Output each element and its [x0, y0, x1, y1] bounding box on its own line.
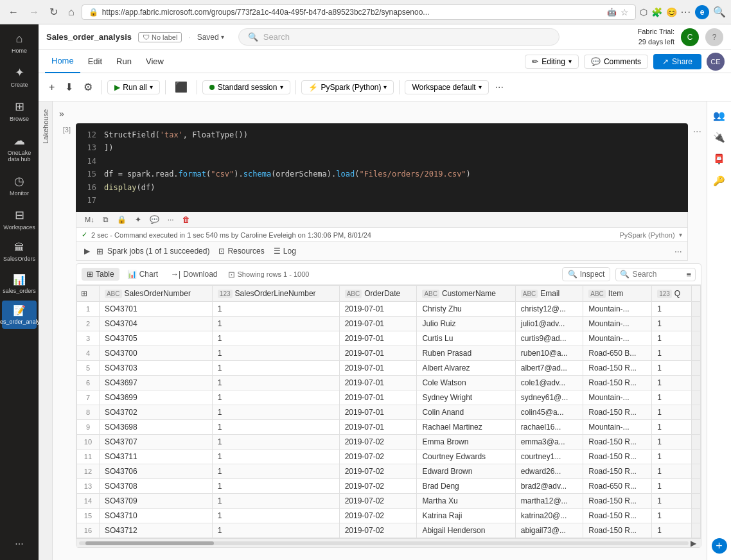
workspace-button[interactable]: Workspace default ▾	[405, 80, 488, 94]
top-search-bar[interactable]: 🔍 Search	[238, 28, 559, 46]
col-header-orderdate[interactable]: ABC OrderDate	[339, 286, 417, 302]
sidebar-item-browse[interactable]: ⊞ Browse	[2, 94, 37, 127]
inspect-button[interactable]: 🔍 Inspect	[562, 267, 611, 281]
home-button[interactable]: ⌂	[65, 5, 78, 19]
right-panel-key-button[interactable]: 🔑	[710, 172, 728, 190]
user-avatar-green[interactable]: C	[681, 28, 699, 46]
home-icon: ⌂	[16, 32, 23, 46]
col-header-item[interactable]: ABC Item	[583, 286, 652, 302]
add-cell-button[interactable]: +	[45, 80, 58, 95]
cell-comment-button[interactable]: 💬	[146, 214, 163, 225]
resources-tab[interactable]: ⊡ Resources	[218, 247, 264, 256]
menu-user-avatar[interactable]: CE	[707, 53, 725, 71]
cell-more-actions-button[interactable]: ···	[164, 214, 177, 225]
col-header-customername[interactable]: ABC CustomerName	[417, 286, 515, 302]
run-all-button[interactable]: ▶ Run all ▾	[107, 80, 159, 94]
browser-profile-button[interactable]: 😊	[666, 7, 677, 17]
collapse-left-button[interactable]: »	[55, 107, 68, 121]
sidebar-item-monitor[interactable]: ◷ Monitor	[2, 169, 37, 202]
horizontal-scrollbar[interactable]: ▶	[76, 538, 701, 547]
sidebar-more-button[interactable]: ···	[12, 533, 26, 555]
table-row[interactable]: 5 SO43703 1 2019-07-01 Albert Alvarez al…	[77, 361, 701, 376]
table-row[interactable]: 15 SO43710 1 2019-07-02 Katrina Raji kat…	[77, 509, 701, 523]
col-header-salesorderlinenumber[interactable]: 123 SalesOrderLineNumber	[212, 286, 339, 302]
menu-home[interactable]: Home	[45, 50, 80, 73]
salesorderlinenumber-cell: 1	[212, 494, 339, 509]
table-row[interactable]: 1 SO43701 1 2019-07-01 Christy Zhu chris…	[77, 302, 701, 317]
table-row[interactable]: 2 SO43704 1 2019-07-01 Julio Ruiz julio1…	[77, 317, 701, 331]
pyspark-button[interactable]: ⚡ PySpark (Python) ▾	[301, 80, 394, 94]
col-header-email[interactable]: ABC Email	[515, 286, 583, 302]
session-button[interactable]: Standard session ▾	[202, 80, 291, 94]
sidebar-item-home[interactable]: ⌂ Home	[2, 27, 37, 59]
user-avatar-gray[interactable]: ?	[705, 28, 723, 46]
col-header-q[interactable]: 123 Q	[652, 286, 692, 302]
table-row[interactable]: 13 SO43708 1 2019-07-02 Brad Deng brad2@…	[77, 479, 701, 494]
sidebar-item-workspaces[interactable]: ⊟ Workspaces	[2, 203, 37, 236]
edge-search-icon[interactable]: 🔍	[713, 6, 726, 18]
right-panel-people-button[interactable]: 👥	[710, 107, 728, 125]
sidebar-item-onelake[interactable]: ☁ OneLake data hub	[2, 128, 37, 168]
right-panel-add-button[interactable]: +	[712, 538, 727, 554]
email-cell: rachael16...	[515, 420, 583, 435]
spark-table-icon: ⊞	[96, 247, 103, 256]
settings-button[interactable]: ⚙	[80, 79, 96, 95]
search-filter-button[interactable]: ≡	[686, 270, 691, 279]
table-row[interactable]: 3 SO43705 1 2019-07-01 Curtis Lu curtis9…	[77, 331, 701, 346]
search-input[interactable]	[632, 270, 683, 279]
cell-star-button[interactable]: ✦	[132, 214, 145, 225]
share-button[interactable]: ↗ Share	[653, 54, 701, 69]
table-row[interactable]: 7 SO43699 1 2019-07-01 Sydney Wright syd…	[77, 390, 701, 405]
code-editor[interactable]: 12 StructField('tax', FloatType()) 13 ])…	[76, 123, 688, 212]
table-row[interactable]: 9 SO43698 1 2019-07-01 Rachael Martinez …	[77, 420, 701, 435]
table-row[interactable]: 10 SO43707 1 2019-07-02 Emma Brown emma3…	[77, 435, 701, 450]
url-bar[interactable]: 🔒 https://app.fabric.microsoft.com/group…	[82, 4, 636, 20]
comments-button[interactable]: 💬 Comments	[584, 55, 648, 69]
refresh-button[interactable]: ↻	[46, 4, 61, 19]
table-row[interactable]: 8 SO43702 1 2019-07-01 Colin Anand colin…	[77, 405, 701, 420]
table-row[interactable]: 11 SO43711 1 2019-07-02 Courtney Edwards…	[77, 450, 701, 464]
sidebar-item-sales-orders-file[interactable]: 📊 sales_orders	[2, 268, 37, 299]
extensions-button[interactable]: 🧩	[651, 7, 662, 17]
sidebar-item-create[interactable]: ✦ Create	[2, 60, 37, 93]
saved-button[interactable]: Saved ▾	[197, 33, 224, 42]
browser-more-button[interactable]: ···	[681, 6, 691, 18]
cell-delete-button[interactable]: 🗑	[179, 214, 193, 225]
cell-copy-button[interactable]: ⧉	[100, 214, 112, 225]
download-tab[interactable]: →| Download	[166, 268, 223, 281]
collections-button[interactable]: ⬡	[640, 7, 647, 17]
sidebar-item-salesorders[interactable]: 🏛 SalesOrders	[2, 237, 37, 267]
search-input-wrapper[interactable]: 🔍 ≡	[615, 268, 696, 281]
menu-view[interactable]: View	[139, 54, 170, 69]
stop-button[interactable]: ⬛	[171, 79, 191, 95]
table-row[interactable]: 14 SO43709 1 2019-07-02 Martha Xu martha…	[77, 494, 701, 509]
spark-more-button[interactable]: ···	[674, 246, 682, 256]
table-row[interactable]: 4 SO43700 1 2019-07-01 Ruben Prasad rube…	[77, 346, 701, 361]
forward-button[interactable]: →	[26, 5, 42, 19]
right-panel-connect-button[interactable]: 🔌	[710, 128, 728, 146]
col-header-salesordernumber[interactable]: ABC SalesOrderNumber	[99, 286, 212, 302]
menu-run[interactable]: Run	[110, 54, 138, 69]
back-button[interactable]: ←	[5, 5, 22, 19]
menu-edit[interactable]: Edit	[82, 54, 109, 69]
table-row[interactable]: 16 SO43712 1 2019-07-02 Abigail Henderso…	[77, 523, 701, 538]
cell-format-button[interactable]: M↓	[82, 214, 98, 225]
table-row[interactable]: 6 SO43697 1 2019-07-01 Cole Watson cole1…	[77, 376, 701, 390]
right-panel-mail-button[interactable]: 📮	[710, 150, 728, 168]
toolbar-more-button[interactable]: ···	[491, 80, 507, 94]
cell-lock-button[interactable]: 🔒	[114, 214, 130, 225]
chart-tab[interactable]: 📊 Chart	[122, 268, 163, 281]
table-row[interactable]: 12 SO43706 1 2019-07-02 Edward Brown edw…	[77, 464, 701, 479]
scrollbar-thumb[interactable]	[85, 541, 214, 545]
download-button[interactable]: ⬇	[61, 79, 77, 95]
table-tab[interactable]: ⊞ Table	[82, 268, 119, 281]
scroll-indicator-cell	[692, 435, 701, 450]
cell-options-button[interactable]: ···	[693, 126, 701, 137]
spark-expand-button[interactable]: ▶	[82, 245, 92, 257]
no-label-badge[interactable]: 🛡 No label	[138, 32, 182, 42]
sidebar-item-sales-order-analysis[interactable]: 📝 Sales_order_analysis	[2, 301, 37, 329]
editing-button[interactable]: ✏ Editing ▾	[525, 55, 579, 69]
scroll-right-button[interactable]: ▶	[689, 539, 698, 548]
log-tab[interactable]: ☰ Log	[274, 247, 296, 256]
star-icon[interactable]: ☆	[621, 7, 629, 17]
